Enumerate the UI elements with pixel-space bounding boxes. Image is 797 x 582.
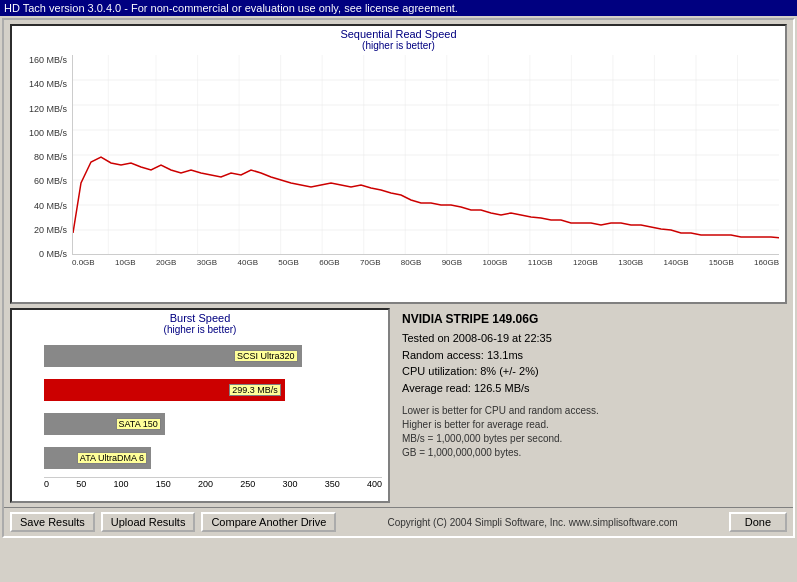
x-label-0: 0.0GB [72,258,95,267]
x-label-150: 150GB [709,258,734,267]
y-label-120: 120 MB/s [14,104,69,114]
info-note-2: Higher is better for average read. [402,418,779,432]
x-label-110: 110GB [528,258,553,267]
x-label-130: 130GB [618,258,643,267]
info-line-4: Average read: 126.5 MB/s [402,380,779,397]
bottom-panels: Burst Speed (higher is better) SCSI Ultr… [10,308,787,503]
burst-x-100: 100 [113,479,128,489]
y-label-100: 100 MB/s [14,128,69,138]
x-label-60: 60GB [319,258,339,267]
x-label-40: 40GB [238,258,258,267]
burst-label-sata: SATA 150 [116,418,161,430]
x-label-80: 80GB [401,258,421,267]
title-bar: HD Tach version 3.0.4.0 - For non-commer… [0,0,797,16]
burst-bar-ata: ATA UltraDMA 6 [44,443,382,473]
x-label-20: 20GB [156,258,176,267]
burst-bar-sata: SATA 150 [44,409,382,439]
x-label-70: 70GB [360,258,380,267]
seq-chart-title: Sequential Read Speed [12,26,785,40]
x-label-10: 10GB [115,258,135,267]
burst-bar-current: 299.3 MB/s [44,375,382,405]
copyright-text: Copyright (C) 2004 Simpli Software, Inc.… [342,517,722,528]
y-label-80: 80 MB/s [14,152,69,162]
x-label-120: 120GB [573,258,598,267]
burst-x-300: 300 [282,479,297,489]
seq-read-graph [72,55,779,255]
burst-x-250: 250 [240,479,255,489]
save-button[interactable]: Save Results [10,512,95,532]
y-label-160: 160 MB/s [14,55,69,65]
burst-x-50: 50 [76,479,86,489]
info-details: Tested on 2008-06-19 at 22:35 Random acc… [402,330,779,396]
seq-chart-panel: Sequential Read Speed (higher is better)… [10,24,787,304]
info-note-3: MB/s = 1,000,000 bytes per second. [402,432,779,446]
x-label-50: 50GB [278,258,298,267]
done-button[interactable]: Done [729,512,787,532]
y-label-140: 140 MB/s [14,79,69,89]
burst-x-0: 0 [44,479,49,489]
info-line-2: Random access: 13.1ms [402,347,779,364]
burst-bar-scsi: SCSI Ultra320 [44,341,382,371]
seq-read-line [73,157,779,240]
burst-label-scsi: SCSI Ultra320 [234,350,298,362]
info-line-3: CPU utilization: 8% (+/- 2%) [402,363,779,380]
title-text: HD Tach version 3.0.4.0 - For non-commer… [4,2,458,14]
info-panel: NVIDIA STRIPE 149.06G Tested on 2008-06-… [394,308,787,503]
y-label-40: 40 MB/s [14,201,69,211]
burst-subtitle: (higher is better) [14,324,386,335]
burst-label-ata: ATA UltraDMA 6 [77,452,147,464]
y-label-20: 20 MB/s [14,225,69,235]
burst-x-200: 200 [198,479,213,489]
main-container: Sequential Read Speed (higher is better)… [2,18,795,538]
info-drive-title: NVIDIA STRIPE 149.06G [402,312,779,326]
info-notes: Lower is better for CPU and random acces… [402,404,779,460]
x-label-140: 140GB [664,258,689,267]
seq-chart-subtitle: (higher is better) [12,40,785,51]
bottom-toolbar: Save Results Upload Results Compare Anot… [4,507,793,536]
info-note-1: Lower is better for CPU and random acces… [402,404,779,418]
x-label-100: 100GB [483,258,508,267]
info-note-4: GB = 1,000,000,000 bytes. [402,446,779,460]
burst-chart-panel: Burst Speed (higher is better) SCSI Ultr… [10,308,390,503]
burst-label-current: 299.3 MB/s [229,384,281,396]
compare-button[interactable]: Compare Another Drive [201,512,336,532]
x-label-90: 90GB [442,258,462,267]
y-label-60: 60 MB/s [14,176,69,186]
y-label-0: 0 MB/s [14,249,69,259]
info-line-1: Tested on 2008-06-19 at 22:35 [402,330,779,347]
x-label-160: 160GB [754,258,779,267]
burst-title: Burst Speed [14,312,386,324]
burst-x-400: 400 [367,479,382,489]
burst-x-150: 150 [156,479,171,489]
upload-button[interactable]: Upload Results [101,512,196,532]
burst-x-350: 350 [325,479,340,489]
x-label-30: 30GB [197,258,217,267]
